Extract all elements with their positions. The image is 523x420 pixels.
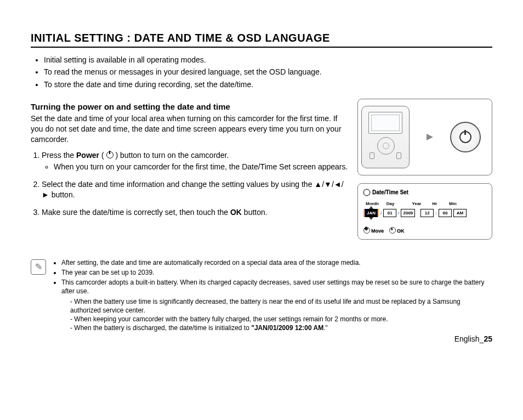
osd-label-hr: Hr (428, 201, 441, 206)
note-item: This camcorder adopts a built-in battery… (61, 278, 492, 332)
note-item: After setting, the date and time are aut… (61, 258, 492, 267)
note-text: ." (323, 324, 328, 332)
osd-label-month: Month (366, 201, 379, 206)
note-icon: ✎ (31, 259, 46, 275)
intro-item: To read the menus or messages in your de… (44, 66, 492, 77)
intro-list: Initial setting is available in all oper… (31, 54, 492, 90)
intro-item: To store the date and time during record… (44, 79, 492, 90)
step-2: Select the date and time information and… (42, 179, 349, 201)
step-text: Make sure the date/time is correctly set… (42, 208, 230, 217)
osd-label-day: Day (384, 201, 397, 206)
step-text: button. (242, 208, 268, 217)
step-3: Make sure the date/time is correctly set… (42, 207, 349, 218)
power-button-enlarged (450, 122, 481, 152)
osd-value-ampm: AM (453, 209, 467, 217)
step-text: ) button to turn on the camcorder. (113, 151, 229, 160)
osd-ok-label: OK (397, 228, 405, 234)
intro-item: Initial setting is available in all oper… (44, 54, 492, 65)
power-icon (459, 131, 471, 143)
caret-down-icon (369, 217, 373, 220)
osd-label-min: Min (446, 201, 459, 206)
device-illustration (357, 99, 492, 175)
separator: / (380, 211, 382, 215)
osd-field-month-selected: JAN (363, 209, 379, 217)
camcorder-dpad (377, 137, 395, 155)
osd-screen: Date/Time Set Month Day Year Hr Min JAN (357, 183, 492, 240)
camcorder-body (361, 106, 410, 168)
osd-value-min: 00 (439, 209, 452, 217)
camcorder-button-left (369, 152, 374, 159)
gear-icon (363, 189, 370, 196)
step-1: Press the Power ( ) button to turn on th… (42, 150, 349, 173)
step-text: Press the (42, 151, 76, 160)
note-sub-item: When the battery is discharged, the date… (70, 323, 492, 332)
step-text: button. (49, 190, 75, 199)
nav-cross-icon (363, 227, 370, 234)
footer-page-number: 25 (484, 334, 492, 343)
note-text: When the battery is discharged, the date… (74, 324, 251, 332)
osd-move-label: Move (371, 228, 384, 234)
power-icon (106, 151, 113, 158)
footer-language: English (454, 334, 480, 343)
osd-value-day: 01 (383, 209, 396, 217)
osd-label-year: Year (410, 201, 423, 206)
default-datetime: "JAN/01/2009 12:00 AM (251, 324, 323, 332)
osd-value-month: JAN (365, 209, 378, 217)
separator: : (435, 211, 437, 215)
note-text: This camcorder adopts a built-in battery… (61, 279, 485, 295)
steps-list: Press the Power ( ) button to turn on th… (31, 150, 349, 218)
section-heading: Turning the power on and setting the dat… (31, 102, 349, 111)
note-sub-item: When the battery use time is significant… (70, 297, 492, 315)
callout-arrow-icon (427, 134, 433, 140)
power-label: Power (76, 151, 99, 160)
separator: / (398, 211, 399, 215)
ok-plus-icon (389, 227, 396, 234)
note-list: After setting, the date and time are aut… (52, 258, 492, 334)
step-sub: When you turn on your camcorder for the … (54, 162, 349, 173)
note-sub-item: When keeping your camcorder with the bat… (70, 315, 492, 323)
step-text: Select the date and time information and… (42, 180, 314, 189)
osd-value-hr: 12 (420, 209, 434, 217)
section-body: Set the date and time of your local area… (31, 113, 349, 145)
camcorder-screen (368, 112, 402, 134)
ok-label: OK (230, 208, 242, 217)
osd-title: Date/Time Set (372, 189, 408, 195)
step-text: ( (99, 151, 106, 160)
osd-value-year: 2009 (401, 209, 415, 217)
page-title: INITIAL SETTING : DATE AND TIME & OSD LA… (31, 32, 492, 48)
page-footer: English_25 (454, 334, 492, 343)
note-item: The year can be set up to 2039. (61, 268, 492, 277)
camcorder-button-right (396, 152, 401, 159)
